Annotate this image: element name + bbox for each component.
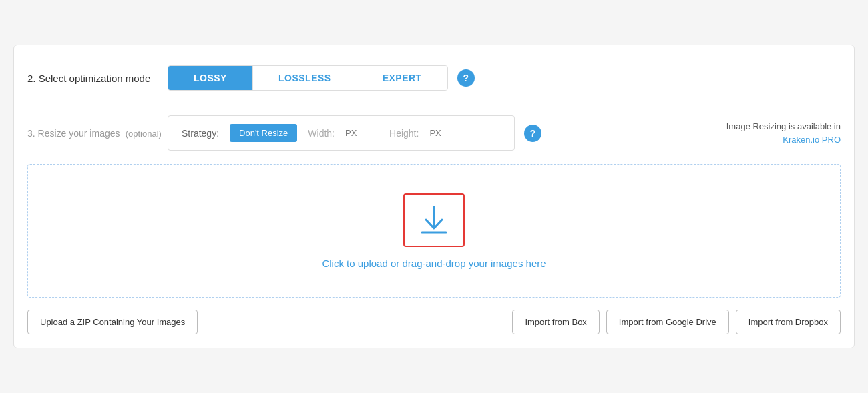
drop-text: Click to upload or drag-and-drop your im… bbox=[322, 258, 546, 269]
main-card: 2. Select optimization mode LOSSY LOSSLE… bbox=[13, 45, 855, 348]
tab-expert[interactable]: EXPERT bbox=[357, 66, 447, 90]
resize-section: 3. Resize your images (optional) Strateg… bbox=[27, 115, 841, 151]
tab-lossy[interactable]: LOSSY bbox=[168, 66, 253, 90]
strategy-label: Strategy: bbox=[182, 128, 219, 139]
import-dropbox-button[interactable]: Import from Dropbox bbox=[736, 310, 841, 334]
width-input[interactable] bbox=[345, 128, 379, 138]
mode-tabs: LOSSY LOSSLESS EXPERT bbox=[168, 65, 448, 91]
pro-link[interactable]: Kraken.io PRO bbox=[783, 135, 841, 145]
import-box-button[interactable]: Import from Box bbox=[512, 310, 599, 334]
dropzone[interactable]: Click to upload or drag-and-drop your im… bbox=[27, 164, 841, 298]
section2-label: 2. Select optimization mode bbox=[27, 73, 168, 84]
height-input[interactable] bbox=[429, 128, 463, 138]
upload-icon-wrapper bbox=[403, 193, 465, 247]
bottom-bar: Upload a ZIP Containing Your Images Impo… bbox=[27, 310, 841, 334]
width-label: Width: bbox=[308, 128, 335, 139]
import-gdrive-button[interactable]: Import from Google Drive bbox=[606, 310, 729, 334]
tab-lossless[interactable]: LOSSLESS bbox=[253, 66, 357, 90]
bottom-right-buttons: Import from Box Import from Google Drive… bbox=[512, 310, 841, 334]
pro-note: Image Resizing is available in Kraken.io… bbox=[726, 120, 841, 146]
resize-box: Strategy: Don't Resize Width: Height: bbox=[168, 115, 515, 151]
optimization-mode-section: 2. Select optimization mode LOSSY LOSSLE… bbox=[27, 65, 841, 91]
section3-label: 3. Resize your images (optional) bbox=[27, 127, 168, 139]
section2-help-icon[interactable]: ? bbox=[457, 69, 475, 87]
section3-help-icon[interactable]: ? bbox=[524, 125, 541, 142]
upload-zip-button[interactable]: Upload a ZIP Containing Your Images bbox=[27, 310, 198, 334]
dont-resize-button[interactable]: Don't Resize bbox=[230, 124, 297, 142]
height-label: Height: bbox=[389, 128, 419, 139]
upload-icon bbox=[415, 202, 453, 239]
divider-1 bbox=[27, 103, 841, 103]
